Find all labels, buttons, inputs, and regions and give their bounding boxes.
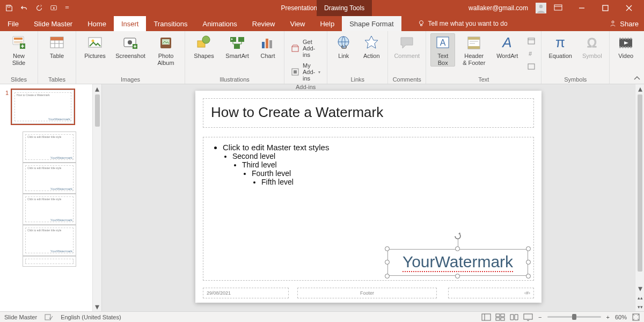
photo-album-button[interactable]: Photo Album [151, 33, 180, 66]
tab-slide-master[interactable]: Slide Master [26, 16, 80, 31]
status-language[interactable]: English (United States) [61, 314, 121, 320]
resize-handle[interactable] [385, 260, 390, 265]
svg-rect-10 [14, 41, 23, 43]
smartart-button[interactable]: SmartArt [223, 33, 252, 60]
quick-access-toolbar [0, 3, 74, 13]
tab-help[interactable]: Help [312, 16, 342, 31]
group-images: Pictures Screenshot Photo Album Images [76, 31, 185, 84]
shapes-button[interactable]: Shapes [189, 33, 218, 60]
resize-handle[interactable] [526, 274, 531, 279]
screenshot-button[interactable]: Screenshot [114, 33, 147, 60]
zoom-out-button[interactable]: − [538, 314, 541, 320]
tab-animations[interactable]: Animations [195, 16, 245, 31]
scroll-down-icon[interactable]: ▾ [93, 302, 102, 311]
layout-thumbnail[interactable]: Click to edit Master title styleYourWate… [23, 163, 76, 194]
rotation-stem [458, 239, 458, 247]
tab-shape-format[interactable]: Shape Format [342, 16, 401, 31]
title-placeholder[interactable]: How to Create a Watermark [203, 98, 534, 128]
tab-file[interactable]: File [0, 16, 26, 31]
svg-text:A: A [440, 38, 446, 47]
new-slide-button[interactable]: New Slide [4, 33, 33, 66]
object-button[interactable] [526, 61, 537, 72]
layout-thumbnail[interactable]: Click to edit Master title styleYourWate… [23, 225, 76, 256]
undo-icon[interactable] [19, 3, 29, 13]
tab-view[interactable]: View [282, 16, 312, 31]
get-addins-button[interactable]: Get Add-ins [289, 38, 323, 59]
svg-rect-28 [269, 40, 272, 48]
chart-button[interactable]: Chart [256, 33, 280, 60]
master-thumbnail[interactable]: How to Create a Watermark YourWatermark [12, 90, 74, 124]
tell-me-search[interactable]: Tell me what you want to do [418, 16, 508, 31]
redo-icon[interactable] [34, 3, 44, 13]
prev-slide-icon[interactable]: ▴▴ [635, 293, 644, 302]
rotation-handle-icon[interactable] [453, 231, 463, 240]
slide-number-button[interactable]: # [526, 48, 537, 59]
share-button[interactable]: Share [609, 16, 639, 31]
next-slide-icon[interactable]: ▾▾ [635, 302, 644, 311]
layout-thumbnail[interactable]: Click to edit Master title styleYourWate… [23, 194, 76, 225]
canvas-scrollbar[interactable]: ▴ ▾ ▴▴ ▾▾ [635, 84, 644, 311]
header-footer-button[interactable]: Header & Footer [459, 33, 488, 66]
window-maximize-button[interactable] [594, 0, 617, 16]
link-button[interactable]: Link [332, 33, 355, 60]
text-box-button[interactable]: A Text Box [430, 33, 455, 67]
scroll-up-icon[interactable]: ▴ [635, 84, 644, 93]
svg-rect-29 [292, 47, 298, 52]
save-icon[interactable] [4, 3, 14, 13]
layout-thumbnail[interactable] [23, 256, 76, 267]
zoom-in-button[interactable]: + [606, 314, 610, 320]
spellcheck-icon[interactable] [45, 313, 53, 321]
date-time-button[interactable] [526, 35, 537, 46]
date-placeholder[interactable]: 29/08/2021 [203, 288, 289, 298]
window-close-button[interactable] [617, 0, 641, 16]
tab-transitions[interactable]: Transitions [146, 16, 195, 31]
normal-view-icon[interactable] [481, 313, 491, 321]
ribbon-display-options-icon[interactable] [554, 4, 562, 12]
svg-text:A: A [502, 34, 512, 50]
tab-home[interactable]: Home [80, 16, 114, 31]
fit-to-window-icon[interactable] [632, 313, 640, 321]
slide-master-canvas[interactable]: How to Create a Watermark Click to edit … [195, 91, 541, 303]
resize-handle[interactable] [455, 246, 460, 251]
scroll-up-icon[interactable]: ▴ [93, 84, 102, 93]
audio-button[interactable]: Audio [642, 33, 644, 60]
start-from-beginning-icon[interactable] [49, 3, 59, 13]
reading-view-icon[interactable] [509, 313, 519, 321]
watermark-text[interactable]: YourWatermark [387, 249, 528, 276]
thumbnail-scrollbar[interactable]: ▴ ▾ [92, 84, 101, 311]
zoom-slider[interactable] [547, 316, 601, 318]
svg-text:Ω: Ω [587, 35, 597, 50]
resize-handle[interactable] [455, 274, 460, 279]
slide-number-placeholder[interactable]: ‹#› [448, 288, 534, 298]
collapse-ribbon-icon[interactable] [633, 75, 641, 82]
sorter-view-icon[interactable] [495, 313, 505, 321]
wordart-button[interactable]: A WordArt [493, 33, 522, 60]
contextual-tab-label: Drawing Tools [317, 0, 372, 16]
slideshow-view-icon[interactable] [523, 313, 533, 321]
tab-insert[interactable]: Insert [114, 16, 147, 31]
pictures-button[interactable]: Pictures [80, 33, 109, 60]
table-button[interactable]: Table [42, 33, 71, 60]
equation-button[interactable]: π Equation [546, 33, 575, 60]
lightbulb-icon [418, 20, 425, 27]
action-button[interactable]: Action [360, 33, 383, 60]
footer-placeholder[interactable]: Footer [297, 288, 437, 298]
video-button[interactable]: Video [614, 33, 638, 60]
svg-rect-37 [468, 46, 480, 49]
resize-handle[interactable] [385, 274, 390, 279]
resize-handle[interactable] [385, 246, 390, 251]
zoom-level[interactable]: 60% [615, 314, 627, 320]
layout-thumbnail[interactable]: Click to edit Master title styleYourWate… [23, 131, 76, 163]
scroll-down-icon[interactable]: ▾ [635, 284, 644, 293]
user-avatar-icon[interactable] [536, 3, 546, 13]
resize-handle[interactable] [526, 260, 531, 265]
qat-customize-icon[interactable] [64, 3, 70, 13]
svg-point-22 [202, 36, 210, 43]
my-addins-button[interactable]: My Add-ins ▾ [289, 61, 323, 83]
group-links: Link Action Links [327, 31, 388, 84]
user-email[interactable]: wallaker@gmail.com [469, 4, 528, 12]
resize-handle[interactable] [526, 246, 531, 251]
window-minimize-button[interactable] [570, 0, 594, 16]
tab-review[interactable]: Review [245, 16, 283, 31]
watermark-textbox[interactable]: YourWatermark [387, 249, 528, 276]
